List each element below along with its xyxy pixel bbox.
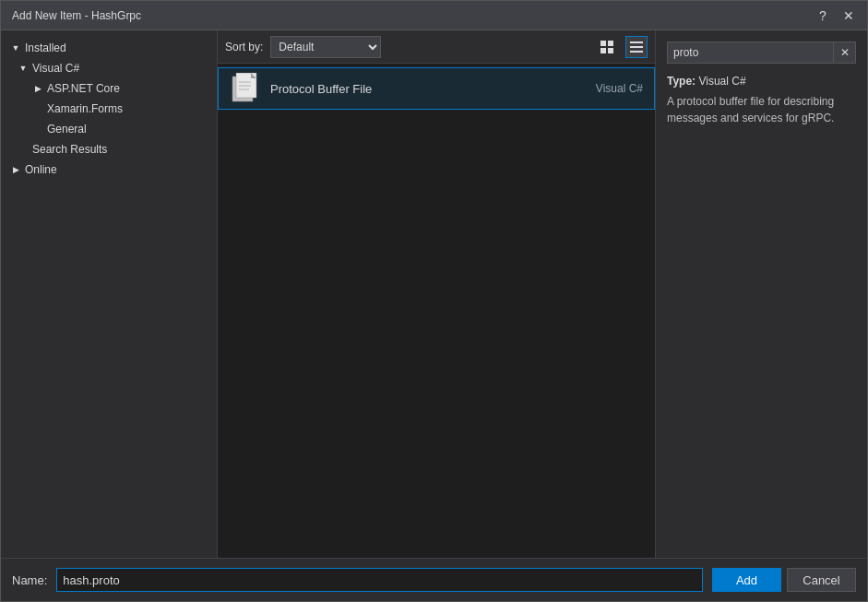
expand-visual-csharp-icon: [16, 61, 30, 76]
item-name: Protocol Buffer File: [270, 82, 585, 96]
search-box-container: ✕: [667, 41, 856, 64]
filename-input[interactable]: [56, 568, 703, 592]
add-button[interactable]: Add: [712, 568, 781, 592]
table-row[interactable]: Protocol Buffer File Visual C#: [218, 67, 655, 110]
search-clear-button[interactable]: ✕: [834, 41, 856, 64]
sort-select[interactable]: Default Name Type: [270, 36, 381, 58]
search-input[interactable]: [667, 41, 834, 64]
proto-file-icon: [231, 73, 258, 104]
type-value: Visual C#: [698, 75, 745, 88]
sidebar-label-online: Online: [25, 163, 57, 176]
close-button[interactable]: ✕: [838, 5, 860, 27]
name-label: Name:: [12, 573, 47, 587]
toolbar: Sort by: Default Name Type: [218, 30, 655, 64]
item-category: Visual C#: [596, 82, 643, 95]
sidebar-label-asp-net-core: ASP.NET Core: [47, 82, 120, 95]
title-bar: Add New Item - HashGrpc ? ✕: [1, 1, 867, 30]
type-info: Type: Visual C#: [667, 75, 856, 88]
sidebar-label-search-results: Search Results: [32, 143, 107, 156]
item-icon: [230, 74, 259, 103]
svg-rect-2: [600, 48, 606, 53]
sidebar-item-search-results[interactable]: Search Results: [1, 139, 217, 159]
sidebar-label-xamarin-forms: Xamarin.Forms: [47, 102, 123, 115]
svg-rect-5: [630, 46, 643, 48]
sidebar-item-general[interactable]: General: [1, 119, 217, 139]
svg-rect-0: [600, 41, 606, 46]
sidebar-label-visual-csharp: Visual C#: [32, 62, 79, 75]
help-button[interactable]: ?: [812, 5, 834, 27]
expand-installed-icon: [8, 41, 23, 55]
svg-rect-4: [630, 41, 643, 43]
svg-rect-1: [608, 41, 613, 46]
svg-rect-6: [630, 51, 643, 53]
svg-rect-3: [608, 48, 613, 53]
info-panel: ✕ Type: Visual C# A protocol buffer file…: [655, 30, 867, 558]
type-label: Type:: [667, 75, 696, 88]
sidebar: Installed Visual C# ASP.NET Core Xamarin…: [1, 30, 218, 558]
item-list: Protocol Buffer File Visual C#: [218, 64, 655, 558]
window-title: Add New Item - HashGrpc: [12, 9, 141, 22]
main-area: Sort by: Default Name Type: [218, 30, 655, 558]
sidebar-label-general: General: [47, 123, 87, 136]
expand-asp-net-core-icon: [30, 81, 45, 96]
sidebar-item-asp-net-core[interactable]: ASP.NET Core: [1, 78, 217, 99]
sidebar-item-installed[interactable]: Installed: [1, 38, 217, 58]
title-bar-buttons: ? ✕: [812, 5, 860, 27]
info-description: A protocol buffer file for describing me…: [667, 93, 856, 126]
bottom-bar: Name: Add Cancel: [1, 558, 867, 601]
expand-online-icon: [8, 162, 23, 177]
sidebar-item-online[interactable]: Online: [1, 159, 217, 180]
list-view-button[interactable]: [625, 36, 648, 58]
dialog-window: Add New Item - HashGrpc ? ✕ Installed Vi…: [0, 0, 868, 602]
dialog-body: Installed Visual C# ASP.NET Core Xamarin…: [1, 30, 867, 558]
cancel-button[interactable]: Cancel: [787, 568, 856, 592]
sidebar-item-xamarin-forms[interactable]: Xamarin.Forms: [1, 99, 217, 119]
sidebar-item-visual-csharp[interactable]: Visual C#: [1, 58, 217, 78]
dialog-buttons: Add Cancel: [712, 568, 856, 592]
sidebar-label-installed: Installed: [25, 41, 66, 54]
sort-label: Sort by:: [225, 41, 263, 53]
grid-view-button[interactable]: [596, 36, 618, 58]
